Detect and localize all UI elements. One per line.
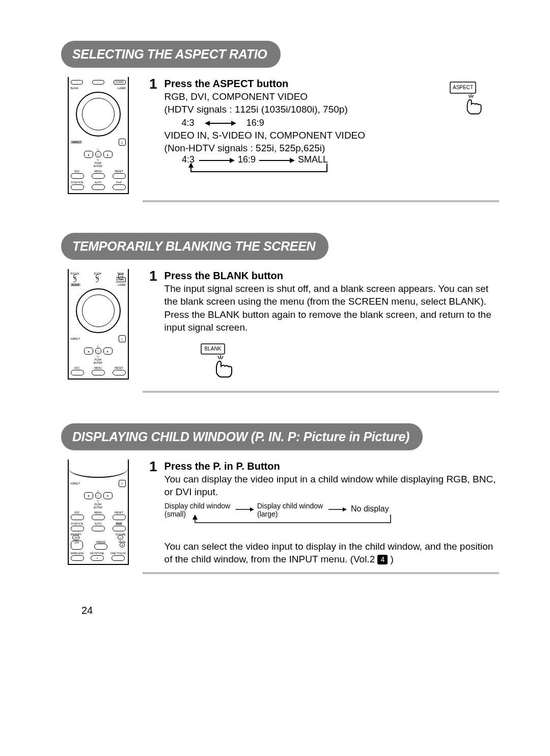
aspect-btn-text: ASPECT — [453, 85, 473, 90]
aspect-cycle-diagram: 4:3 16:9 SMALL — [182, 155, 499, 181]
remote-illustration-blank: FOCUS+– ZOOM+– PAGEUPDOWN BLANK LASER AS… — [61, 269, 135, 380]
svg-text:Display child window: Display child window — [257, 502, 323, 510]
remote-illustration-aspect: –– DOWN BLANK LASER ASPECT ▯ ◂ — [61, 77, 135, 194]
mouse-icon: ▯ — [119, 139, 126, 146]
remote-aspect-label: ASPECT — [71, 141, 82, 144]
svg-marker-23 — [193, 515, 198, 520]
svg-marker-9 — [290, 158, 295, 163]
svg-text:SMALL: SMALL — [298, 155, 328, 165]
svg-marker-2 — [205, 121, 210, 126]
left-arrow-icon: ◂ — [84, 151, 93, 158]
svg-text:16:9: 16:9 — [238, 155, 256, 165]
remote-trackpad-ring — [76, 92, 121, 137]
remote-laser-label: LASER — [118, 87, 125, 90]
svg-text:No display: No display — [351, 504, 389, 513]
pinp-body2-text: You can select the video input to displa… — [164, 540, 499, 565]
svg-text:BLANK: BLANK — [204, 346, 221, 352]
svg-text:4:3: 4:3 — [182, 155, 195, 165]
remote-illustration-pinp: ASPECT ▯ ◂ △ ▢ ▽ ▸ PUSHENTER E — [61, 460, 135, 565]
section-divider — [61, 200, 499, 202]
svg-text:(small): (small) — [164, 510, 186, 518]
double-arrow-icon — [205, 120, 236, 127]
step-number-pinp: 1 — [149, 460, 157, 566]
svg-marker-6 — [230, 158, 235, 163]
svg-text:Display child window: Display child window — [164, 502, 231, 510]
step-number-aspect: 1 — [149, 77, 157, 181]
step-title-pinp: Press the P. in P. Button — [164, 460, 499, 473]
svg-marker-3 — [231, 121, 236, 126]
step-number-blank: 1 — [149, 269, 157, 385]
pinp-intro-text: You can display the video input in a chi… — [164, 473, 499, 498]
section-divider — [61, 572, 499, 574]
blank-body-text: The input signal screen is shut off, and… — [164, 282, 499, 333]
remote-push-enter-label: PUSHENTER — [71, 161, 126, 168]
page-number: 24 — [81, 605, 499, 616]
section-title-aspect: SELECTING THE ASPECT RATIO — [61, 41, 281, 68]
step-title-blank: Press the BLANK button — [164, 269, 499, 282]
section-title-pinp: DISPLAYING CHILD WINDOW (P. IN. P: Pictu… — [61, 423, 423, 450]
section-title-blank: TEMPORARILY BLANKING THE SCREEN — [61, 233, 328, 260]
section-divider — [61, 391, 499, 393]
right-arrow-icon: ▸ — [103, 151, 113, 158]
remote-blank-label: BLANK — [71, 87, 78, 90]
section-pinp: DISPLAYING CHILD WINDOW (P. IN. P: Pictu… — [61, 423, 499, 574]
svg-marker-17 — [250, 507, 254, 511]
aspect-button-illustration: ASPECT — [449, 81, 489, 120]
svg-marker-21 — [343, 507, 347, 511]
vol2-page-ref-badge: 4 — [377, 555, 388, 564]
remote-page-down-label: DOWN — [114, 80, 126, 85]
svg-text:(large): (large) — [257, 510, 278, 518]
aspect-video-line: VIDEO IN, S-VIDEO IN, COMPONENT VIDEO — [164, 129, 499, 142]
aspect-nonhdtv-line: (Non-HDTV signals : 525i, 525p,625i) — [164, 142, 499, 154]
blank-button-illustration: BLANK — [200, 343, 499, 385]
pinp-cycle-diagram: Display child window (small) Display chi… — [164, 502, 499, 534]
section-blank-screen: TEMPORARILY BLANKING THE SCREEN FOCUS+– … — [61, 233, 499, 393]
section-aspect-ratio: SELECTING THE ASPECT RATIO –– DOWN BLANK… — [61, 41, 499, 202]
